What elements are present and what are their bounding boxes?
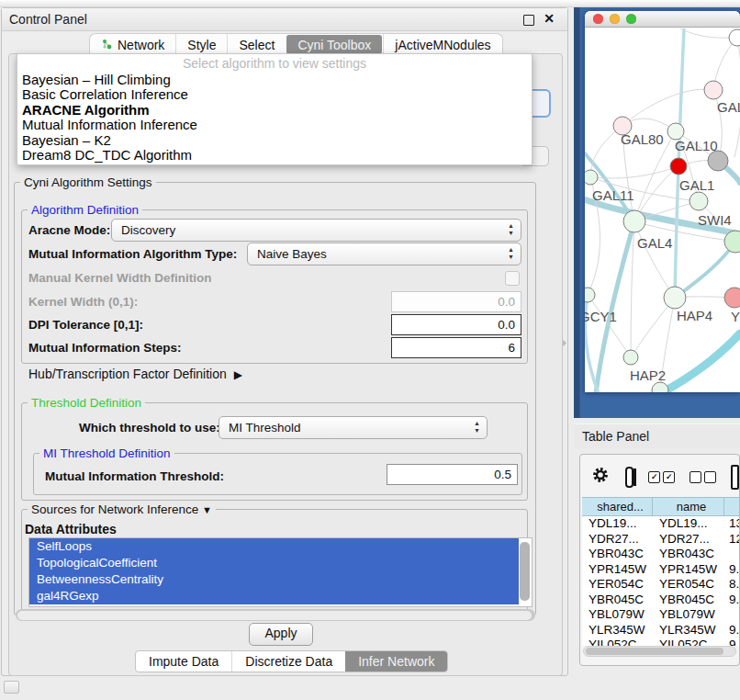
attribute-item-betweennesscentrality[interactable]: BetweennessCentrality	[29, 571, 519, 588]
node-gray[interactable]	[708, 151, 728, 171]
node-hap4[interactable]	[664, 287, 686, 309]
dropdown-item-aracne-algorithm[interactable]: ARACNE Algorithm	[17, 103, 532, 118]
float-icon[interactable]	[523, 15, 534, 26]
mi-steps-field[interactable]: 6	[391, 337, 521, 358]
table-cell: YPR145W	[653, 562, 724, 578]
node-gal4[interactable]	[623, 210, 645, 232]
close-icon[interactable]: ✕	[544, 11, 555, 26]
column-header-partial[interactable]	[724, 498, 740, 515]
dropdown-item-bayesian-hill-climbing[interactable]: Bayesian – Hill Climbing	[17, 73, 532, 87]
node-label-hap4: HAP4	[677, 308, 712, 323]
table-hscroll-thumb[interactable]	[586, 648, 723, 655]
zoom-traffic-light-icon[interactable]	[626, 14, 636, 24]
table-row[interactable]: YDR27...YDR27...12	[582, 532, 740, 548]
mi-threshold-field[interactable]: 0.5	[387, 464, 518, 485]
column-header-shared[interactable]: shared...	[582, 498, 653, 515]
table-row[interactable]: YBR045CYBR045C9.	[582, 593, 740, 608]
node-gal11[interactable]	[585, 170, 598, 185]
table-row[interactable]: YIL052CYIL052C9	[582, 638, 740, 646]
table-rows: YDL19...YDL19...13YDR27...YDR27...12YBR0…	[582, 516, 740, 646]
node-gcy1[interactable]	[585, 288, 595, 302]
table-row[interactable]: YDL19...YDL19...13	[582, 516, 740, 532]
node-white-top[interactable]	[729, 29, 740, 46]
attribute-item-gal4rgexp[interactable]: gal4RGexp	[29, 588, 519, 604]
node-label-gal7: GAL7	[717, 99, 740, 115]
table-file-icon[interactable]	[731, 465, 739, 490]
table-row[interactable]: YLR345WYLR345W9.	[582, 623, 740, 638]
table-row[interactable]: YBL079WYBL079W	[582, 607, 740, 623]
network-canvas[interactable]: GAL80GAL10GAL7GAL1GAL11SWI4GAL4GCY1HAP4Y…	[585, 28, 740, 392]
mi-type-combo[interactable]: Naive Bayes ▲▼	[247, 243, 521, 265]
spinner-arrows-icon: ▲▼	[474, 420, 480, 435]
table-cell: YDL19...	[653, 516, 724, 532]
column-header-name[interactable]: name	[653, 498, 724, 515]
select-all-columns-icon[interactable]: ✓✓	[648, 471, 675, 483]
node-label-gal1: GAL1	[679, 177, 714, 193]
tab-network[interactable]: Network	[90, 34, 175, 55]
collapse-arrow-icon: ▼	[202, 504, 212, 515]
close-traffic-light-icon[interactable]	[593, 14, 603, 24]
table-row[interactable]: YBR043CYBR043C	[582, 547, 740, 562]
tab-cyni-toolbox[interactable]: Cyni Toolbox	[286, 35, 382, 54]
tab-label: Select	[239, 35, 275, 55]
node-red[interactable]	[670, 158, 687, 175]
table-horizontal-scrollbar[interactable]	[583, 646, 736, 657]
which-threshold-label: Which threshold to use:	[79, 421, 220, 435]
node-gal7[interactable]	[704, 81, 723, 99]
node-hap2[interactable]	[623, 350, 638, 365]
table-cell: 9.	[724, 562, 740, 578]
dropdown-item-bayesian-k2[interactable]: Bayesian – K2	[17, 133, 532, 148]
deselect-all-columns-icon[interactable]	[690, 471, 716, 483]
minimized-panel-icon[interactable]	[4, 681, 19, 694]
dropdown-item-basic-correlation-inference[interactable]: Basic Correlation Inference	[17, 87, 532, 102]
table-cell: YDR27...	[582, 532, 653, 548]
tab-style[interactable]: Style	[175, 34, 227, 55]
dpi-tolerance-label: DPI Tolerance [0,1]:	[28, 318, 143, 332]
network-window-titlebar[interactable]	[585, 11, 740, 28]
apply-button[interactable]: Apply	[249, 623, 313, 646]
table-row[interactable]: YPR145WYPR145W9.	[582, 562, 740, 578]
bottom-tab-discretize-data[interactable]: Discretize Data	[231, 651, 345, 672]
network-graph: GAL80GAL10GAL7GAL1GAL11SWI4GAL4GCY1HAP4Y…	[585, 28, 740, 392]
table-cell: YBR043C	[582, 547, 653, 562]
table-cell: 12	[724, 532, 740, 548]
which-threshold-combo[interactable]: MI Threshold ▲▼	[219, 416, 488, 439]
aracne-mode-combo[interactable]: Discovery ▲▼	[111, 219, 521, 242]
kernel-width-field: 0.0	[391, 291, 521, 312]
dpi-tolerance-field[interactable]: 0.0	[391, 314, 521, 335]
kernel-width-label: Kernel Width (0,1):	[28, 295, 138, 309]
table-panel-titlebar: Table Panel	[574, 423, 740, 448]
node-salmon[interactable]	[724, 288, 740, 308]
mi-type-label: Mutual Information Algorithm Type:	[28, 247, 237, 261]
settings-horizontal-scrollbar[interactable]	[16, 609, 535, 621]
attribute-item-selfloops[interactable]: SelfLoops	[29, 538, 519, 555]
expander-arrow-icon: ▶	[234, 368, 242, 381]
node-gal1[interactable]	[690, 192, 708, 210]
hub-definition-expander[interactable]: Hub/Transcription Factor Definition▶	[28, 367, 242, 381]
which-threshold-value: MI Threshold	[229, 421, 301, 435]
bottom-tab-impute-data[interactable]: Impute Data	[136, 651, 231, 672]
tab-select[interactable]: Select	[227, 34, 286, 55]
bottom-tab-infer-network[interactable]: Infer Network	[345, 651, 447, 672]
control-panel-title: Control Panel	[2, 8, 567, 31]
node-bottom[interactable]	[652, 382, 668, 392]
table-row[interactable]: YER054CYER054C8.	[582, 577, 740, 593]
bottom-tabbar: Impute DataDiscretize DataInfer Network	[135, 650, 448, 672]
split-view-icon[interactable]	[625, 467, 633, 488]
dropdown-item-dream8-dc-tdc-algorithm[interactable]: Dream8 DC_TDC Algorithm	[17, 148, 532, 163]
sources-group-title[interactable]: Sources for Network Inference ▼	[28, 502, 216, 516]
dropdown-prompt: Select algorithm to view settings	[17, 54, 532, 73]
table-cell: 9.	[724, 623, 740, 638]
table-cell: YDR27...	[653, 532, 724, 548]
attributes-scrollbar[interactable]	[520, 542, 530, 601]
minimize-traffic-light-icon[interactable]	[610, 14, 620, 24]
gear-icon[interactable]	[591, 466, 610, 488]
hub-definition-label: Hub/Transcription Factor Definition	[28, 367, 227, 381]
attribute-item-topologicalcoefficient[interactable]: TopologicalCoefficient	[29, 555, 519, 571]
tab-label: Network	[118, 35, 164, 55]
table-cell: YLR345W	[653, 623, 724, 638]
hscroll-thumb[interactable]	[17, 611, 532, 620]
desktop: Control Panel ✕ NetworkStyleSelectCyni T…	[0, 0, 740, 700]
dropdown-item-mutual-information-inference[interactable]: Mutual Information Inference	[17, 118, 532, 132]
tab-jactivemnodules[interactable]: jActiveMNodules	[383, 34, 501, 55]
